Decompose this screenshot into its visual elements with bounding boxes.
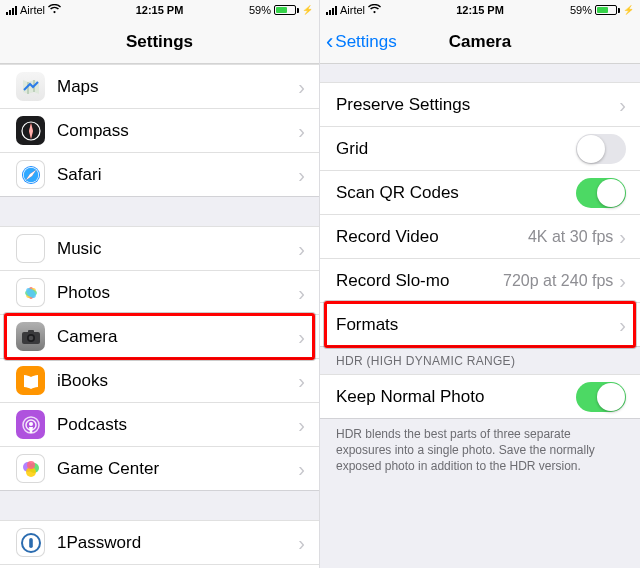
- chevron-right-icon: ›: [298, 371, 305, 391]
- camera-settings-list: Preserve Settings › Grid Scan QR Codes R…: [320, 82, 640, 346]
- svg-point-11: [28, 335, 33, 340]
- gamecenter-icon: [16, 454, 45, 483]
- camera-settings-screen: Airtel 12:15 PM 59% ⚡ ‹ Settings Camera: [320, 0, 640, 568]
- svg-point-14: [29, 422, 33, 426]
- settings-row-camera[interactable]: Camera ›: [0, 314, 319, 358]
- row-label: Record Video: [336, 227, 528, 247]
- row-formats[interactable]: Formats ›: [320, 302, 640, 346]
- grid-toggle[interactable]: [576, 134, 626, 164]
- svg-rect-20: [29, 538, 33, 548]
- svg-rect-9: [28, 330, 34, 333]
- chevron-right-icon: ›: [298, 165, 305, 185]
- settings-row-maps[interactable]: Maps ›: [0, 64, 319, 108]
- battery-icon: [595, 5, 620, 15]
- settings-row-90min[interactable]: 90MIN 90min ›: [0, 564, 319, 568]
- row-label: Preserve Settings: [336, 95, 619, 115]
- status-time: 12:15 PM: [0, 4, 319, 16]
- status-bar: Airtel 12:15 PM 59% ⚡: [0, 0, 319, 20]
- keep-normal-toggle[interactable]: [576, 382, 626, 412]
- chevron-right-icon: ›: [619, 271, 626, 291]
- chevron-right-icon: ›: [619, 95, 626, 115]
- back-label: Settings: [335, 32, 396, 52]
- row-preserve-settings[interactable]: Preserve Settings ›: [320, 82, 640, 126]
- chevron-right-icon: ›: [298, 239, 305, 259]
- page-title: Settings: [126, 32, 193, 52]
- chevron-right-icon: ›: [298, 533, 305, 553]
- hdr-footer: HDR blends the best parts of three separ…: [320, 418, 640, 487]
- row-label: 1Password: [57, 533, 298, 553]
- photos-icon: [16, 278, 45, 307]
- chevron-right-icon: ›: [619, 227, 626, 247]
- settings-row-compass[interactable]: Compass ›: [0, 108, 319, 152]
- row-label: Formats: [336, 315, 619, 335]
- chevron-right-icon: ›: [298, 327, 305, 347]
- chevron-right-icon: ›: [298, 415, 305, 435]
- back-button[interactable]: ‹ Settings: [326, 20, 397, 63]
- row-label: Scan QR Codes: [336, 183, 576, 203]
- 1password-icon: [16, 528, 45, 557]
- row-label: Photos: [57, 283, 298, 303]
- settings-row-gamecenter[interactable]: Game Center ›: [0, 446, 319, 490]
- safari-icon: [16, 160, 45, 189]
- compass-icon: [16, 116, 45, 145]
- svg-point-18: [27, 461, 35, 469]
- music-icon: ♪: [16, 234, 45, 263]
- row-grid: Grid: [320, 126, 640, 170]
- chevron-left-icon: ‹: [326, 31, 333, 53]
- camera-icon: [16, 322, 45, 351]
- row-label: Camera: [57, 327, 298, 347]
- settings-group-2: 1Password › 90MIN 90min ›: [0, 520, 319, 568]
- podcasts-icon: [16, 410, 45, 439]
- settings-row-music[interactable]: ♪ Music ›: [0, 226, 319, 270]
- chevron-right-icon: ›: [619, 315, 626, 335]
- settings-row-photos[interactable]: Photos ›: [0, 270, 319, 314]
- qr-toggle[interactable]: [576, 178, 626, 208]
- row-keep-normal-photo: Keep Normal Photo: [320, 374, 640, 418]
- settings-row-podcasts[interactable]: Podcasts ›: [0, 402, 319, 446]
- row-value: 720p at 240 fps: [503, 272, 613, 290]
- battery-icon: [274, 5, 299, 15]
- chevron-right-icon: ›: [298, 283, 305, 303]
- row-label: Music: [57, 239, 298, 259]
- row-label: Safari: [57, 165, 298, 185]
- nav-bar: Settings: [0, 20, 319, 64]
- row-label: Podcasts: [57, 415, 298, 435]
- row-record-slomo[interactable]: Record Slo-mo 720p at 240 fps ›: [320, 258, 640, 302]
- chevron-right-icon: ›: [298, 459, 305, 479]
- row-record-video[interactable]: Record Video 4K at 30 fps ›: [320, 214, 640, 258]
- settings-root-screen: Airtel 12:15 PM 59% ⚡ Settings: [0, 0, 320, 568]
- settings-group-0: Maps › Compass › Safari ›: [0, 64, 319, 196]
- row-scan-qr: Scan QR Codes: [320, 170, 640, 214]
- row-label: Record Slo-mo: [336, 271, 503, 291]
- status-time: 12:15 PM: [320, 4, 640, 16]
- row-label: Keep Normal Photo: [336, 387, 576, 407]
- maps-icon: [16, 72, 45, 101]
- row-label: Game Center: [57, 459, 298, 479]
- chevron-right-icon: ›: [298, 77, 305, 97]
- hdr-section-header: HDR (HIGH DYNAMIC RANGE): [320, 346, 640, 374]
- row-value: 4K at 30 fps: [528, 228, 613, 246]
- ibooks-icon: [16, 366, 45, 395]
- page-title: Camera: [449, 32, 511, 52]
- nav-bar: ‹ Settings Camera: [320, 20, 640, 64]
- settings-row-safari[interactable]: Safari ›: [0, 152, 319, 196]
- row-label: Grid: [336, 139, 576, 159]
- row-label: iBooks: [57, 371, 298, 391]
- hdr-list: Keep Normal Photo: [320, 374, 640, 418]
- settings-row-ibooks[interactable]: iBooks ›: [0, 358, 319, 402]
- row-label: Compass: [57, 121, 298, 141]
- chevron-right-icon: ›: [298, 121, 305, 141]
- row-label: Maps: [57, 77, 298, 97]
- status-bar: Airtel 12:15 PM 59% ⚡: [320, 0, 640, 20]
- settings-group-1: ♪ Music › Photos ›: [0, 226, 319, 490]
- settings-row-1password[interactable]: 1Password ›: [0, 520, 319, 564]
